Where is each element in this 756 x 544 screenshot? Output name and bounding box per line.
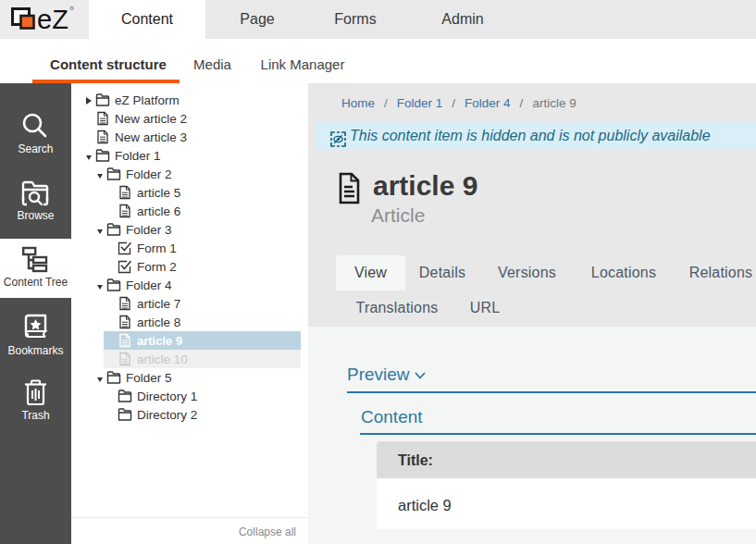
svg-text:eZ: eZ <box>37 5 68 34</box>
svg-text:R: R <box>70 6 73 10</box>
